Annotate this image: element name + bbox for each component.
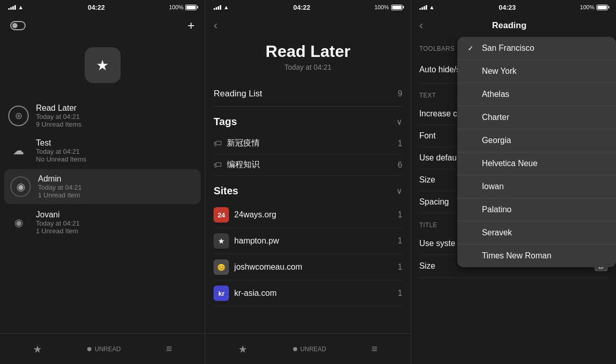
tag-name-2: 编程知识 [227, 159, 392, 170]
signal-icon-2 [214, 5, 221, 10]
font-option-san-francisco[interactable]: ✓ San Francisco [457, 37, 616, 60]
site-favicon-1: 24 [214, 207, 229, 223]
site-row-4[interactable]: kr kr-asia.com 1 [214, 280, 402, 307]
account-time-test: Today at 04:21 [36, 148, 197, 155]
font-option-charter[interactable]: Charter [457, 106, 616, 129]
status-bar-2: ▲ 04:22 100% [205, 0, 410, 14]
tags-title: Tags [214, 116, 237, 128]
font-name-iowan: Iowan [482, 182, 504, 191]
wifi-icon-3: ▲ [429, 4, 435, 10]
panel-reading-settings: ▲ 04:23 100% ‹ Reading TOOLBARS Auto hid… [411, 0, 616, 364]
tab-star-1[interactable]: ★ [33, 343, 42, 355]
account-icon-admin: ◉ [10, 176, 31, 197]
font-name-san-francisco: San Francisco [482, 44, 534, 53]
signal-area-3: ▲ [419, 4, 435, 10]
panel2-title: Read Later [216, 42, 400, 61]
font-option-georgia[interactable]: Georgia [457, 129, 616, 152]
font-option-iowan[interactable]: Iowan [457, 175, 616, 198]
tags-header[interactable]: Tags ∨ [214, 107, 402, 133]
wifi-icon-1: ▲ [18, 4, 24, 10]
toggle-view-icon[interactable] [10, 21, 26, 30]
site-count-1: 1 [398, 210, 402, 219]
site-name-1: 24ways.org [234, 210, 392, 219]
battery-pct-3: 100% [580, 4, 594, 10]
font-name-georgia: Georgia [482, 136, 511, 145]
tab-bar-2: ★ UNREAD ≡ [205, 333, 410, 364]
font-option-helvetica-neue[interactable]: Helvetica Neue [457, 152, 616, 175]
site-row-1[interactable]: 24 24ways.org 1 [214, 202, 402, 228]
font-name-athelas: Athelas [482, 90, 509, 99]
site-row-2[interactable]: ★ hampton.pw 1 [214, 228, 402, 254]
sites-header[interactable]: Sites ∨ [214, 176, 402, 202]
font-label: Font [419, 131, 436, 140]
site-favicon-3: 😊 [214, 259, 229, 275]
tag-icon-2: 🏷 [214, 160, 222, 170]
battery-fill-1 [186, 6, 196, 9]
time-2: 04:22 [293, 4, 310, 11]
site-count-2: 1 [398, 236, 402, 246]
font-name-new-york: New York [482, 67, 517, 76]
font-option-times-new-roman[interactable]: Times New Roman [457, 245, 616, 267]
font-option-seravek[interactable]: Seravek [457, 221, 616, 245]
account-item-test[interactable]: ☁ Test Today at 04:21 No Unread Items [0, 133, 205, 168]
signal-icon-3 [419, 5, 427, 10]
time-1: 04:22 [88, 4, 105, 11]
spacing-label: Spacing [419, 197, 449, 207]
account-icon-test: ☁ [8, 140, 29, 161]
size-label: Size [419, 175, 435, 185]
account-unread-jovani: 1 Unread Item [36, 227, 197, 235]
site-name-2: hampton.pw [234, 236, 392, 246]
back-button-2[interactable]: ‹ [214, 19, 217, 32]
battery-icon-1 [185, 5, 197, 10]
battery-area-1: 100% [169, 4, 197, 10]
site-row-3[interactable]: 😊 joshwcomeau.com 1 [214, 254, 402, 280]
unread-dot-2 [293, 347, 297, 351]
account-info-jovani: Jovani Today at 04:21 1 Unread Item [36, 210, 197, 235]
time-3: 04:23 [499, 4, 516, 11]
font-option-palatino[interactable]: Palatino [457, 198, 616, 221]
unread-dot-1 [87, 347, 91, 351]
tag-row-1[interactable]: 🏷 新冠疫情 1 [214, 133, 402, 154]
tab-unread-1[interactable]: UNREAD [87, 346, 121, 353]
account-unread-read-later: 9 Unread Items [36, 120, 197, 128]
font-check-san-francisco: ✓ [468, 44, 476, 52]
font-name-helvetica-neue: Helvetica Neue [482, 159, 538, 168]
panel-accounts: ▲ 04:22 100% + ⊛ Read Later Today at 04:… [0, 0, 205, 364]
tab-menu-2[interactable]: ≡ [372, 343, 378, 355]
account-info-read-later: Read Later Today at 04:21 9 Unread Items [36, 104, 197, 128]
increase-label: Increase c [419, 109, 457, 118]
status-bar-1: ▲ 04:22 100% [0, 0, 205, 14]
battery-area-2: 100% [375, 4, 402, 10]
panel-read-later: ▲ 04:22 100% ‹ Read Later Today at 04:21… [205, 0, 411, 364]
unread-label-2: UNREAD [300, 346, 326, 353]
tag-row-2[interactable]: 🏷 编程知识 6 [214, 154, 402, 176]
add-button[interactable]: + [187, 19, 195, 32]
tab-menu-1[interactable]: ≡ [166, 343, 172, 355]
account-name-test: Test [36, 138, 197, 148]
battery-icon-3 [596, 5, 608, 10]
account-info-admin: Admin Today at 04:21 1 Unread Item [38, 174, 195, 199]
account-time-read-later: Today at 04:21 [36, 113, 197, 120]
font-option-athelas[interactable]: Athelas [457, 83, 616, 106]
tab-unread-2[interactable]: UNREAD [293, 346, 326, 353]
account-list: ⊛ Read Later Today at 04:21 9 Unread Ite… [0, 98, 205, 333]
back-button-3[interactable]: ‹ [419, 19, 423, 32]
top-bar-1: + [0, 14, 205, 37]
reading-list-row[interactable]: Reading List 9 [214, 82, 402, 107]
font-option-new-york[interactable]: New York [457, 60, 616, 83]
tab-star-2[interactable]: ★ [238, 343, 247, 355]
title-size-label: Size [419, 261, 435, 271]
app-logo [0, 37, 205, 98]
signal-area-2: ▲ [214, 4, 229, 10]
site-count-4: 1 [398, 289, 402, 298]
signal-area-1: ▲ [8, 4, 24, 10]
signal-icon-1 [8, 5, 16, 10]
site-favicon-2: ★ [214, 233, 229, 249]
tab-bar-1: ★ UNREAD ≡ [0, 333, 205, 364]
account-unread-admin: 1 Unread Item [38, 191, 195, 199]
account-item-admin[interactable]: ◉ Admin Today at 04:21 1 Unread Item [4, 169, 201, 204]
account-item-jovani[interactable]: ◉ Jovani Today at 04:21 1 Unread Item [0, 205, 205, 240]
battery-pct-1: 100% [169, 4, 183, 10]
reading-list-label: Reading List [214, 89, 262, 99]
account-item-read-later[interactable]: ⊛ Read Later Today at 04:21 9 Unread Ite… [0, 98, 205, 133]
